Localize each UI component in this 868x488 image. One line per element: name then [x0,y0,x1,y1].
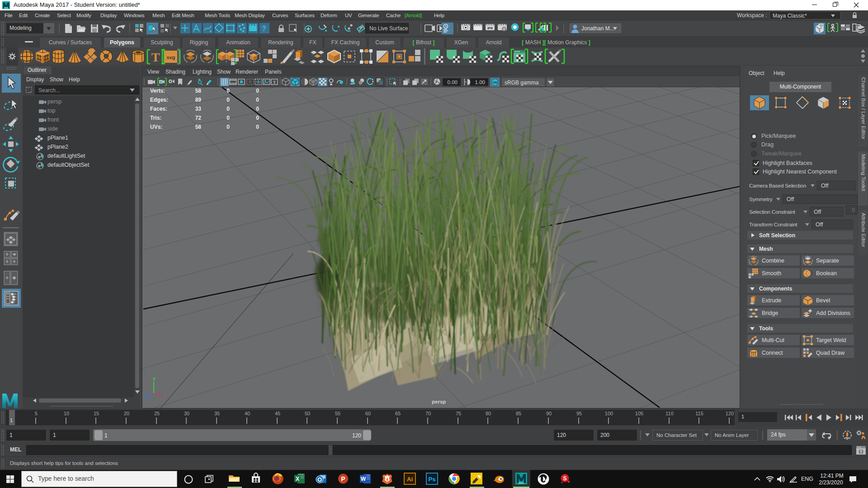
svg-text:{;}: {;} [859,449,863,454]
svg-text:0.00: 0.00 [448,80,458,85]
svg-text:y: y [153,375,156,381]
svg-text:IPR: IPR [487,27,493,30]
svg-text:+: + [5,275,9,281]
svg-text:T: T [273,80,276,84]
svg-text:svg: svg [167,55,175,60]
svg-text:sRGB gamma: sRGB gamma [505,80,539,86]
svg-text:O: O [317,476,322,483]
svg-text:+: + [5,258,9,265]
svg-text:S: S [563,475,566,482]
svg-text:W: W [361,476,366,482]
svg-text:ON: ON [492,80,497,84]
svg-text:MAYA: MAYA [519,482,524,484]
svg-text:1.00: 1.00 [475,80,485,85]
svg-text:X: X [296,476,299,482]
svg-text:z: z [144,394,146,399]
svg-text:+: + [13,258,16,265]
svg-text:+: + [5,251,9,258]
svg-text:P: P [341,475,345,483]
svg-text:x: x [162,393,165,399]
svg-text:MAYA: MAYA [4,7,9,9]
svg-text:Ai: Ai [407,476,413,483]
svg-text:?: ? [262,25,266,33]
svg-text:Ps: Ps [429,476,436,483]
svg-text:T: T [151,50,160,64]
